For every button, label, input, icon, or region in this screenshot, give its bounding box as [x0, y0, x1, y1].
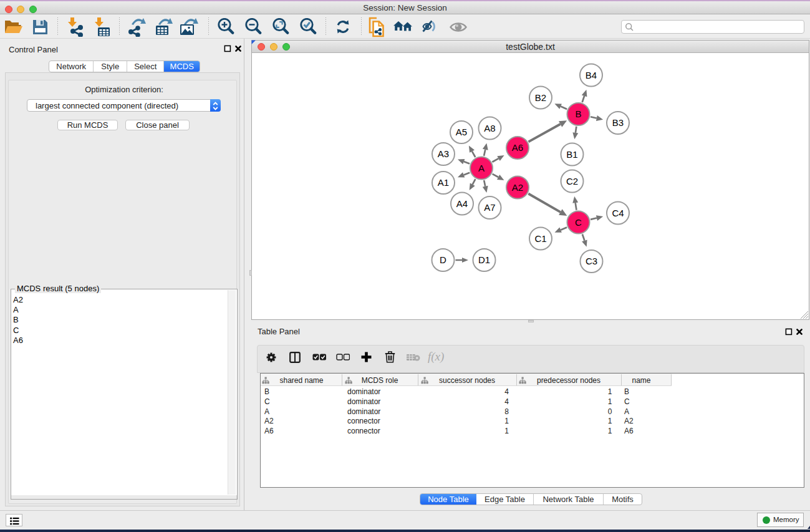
svg-text:B2: B2	[535, 92, 546, 103]
svg-text:A1: A1	[438, 177, 449, 188]
svg-text:B4: B4	[586, 70, 597, 80]
svg-text:C1: C1	[534, 233, 546, 244]
svg-text:A5: A5	[456, 127, 467, 137]
svg-text:A6: A6	[512, 142, 523, 153]
svg-text:A: A	[478, 163, 485, 173]
svg-text:C4: C4	[612, 208, 624, 218]
svg-text:A2: A2	[512, 182, 523, 193]
svg-text:C3: C3	[586, 256, 597, 266]
svg-text:B1: B1	[566, 149, 577, 160]
svg-text:A4: A4	[456, 198, 468, 209]
svg-text:B3: B3	[612, 117, 624, 128]
svg-text:A3: A3	[438, 148, 449, 159]
svg-text:C: C	[575, 217, 582, 228]
svg-text:B: B	[575, 109, 581, 119]
svg-text:D: D	[440, 254, 446, 265]
svg-text:A7: A7	[484, 202, 495, 213]
svg-text:A8: A8	[484, 123, 495, 133]
svg-text:C2: C2	[566, 176, 578, 186]
svg-text:D1: D1	[478, 254, 490, 265]
